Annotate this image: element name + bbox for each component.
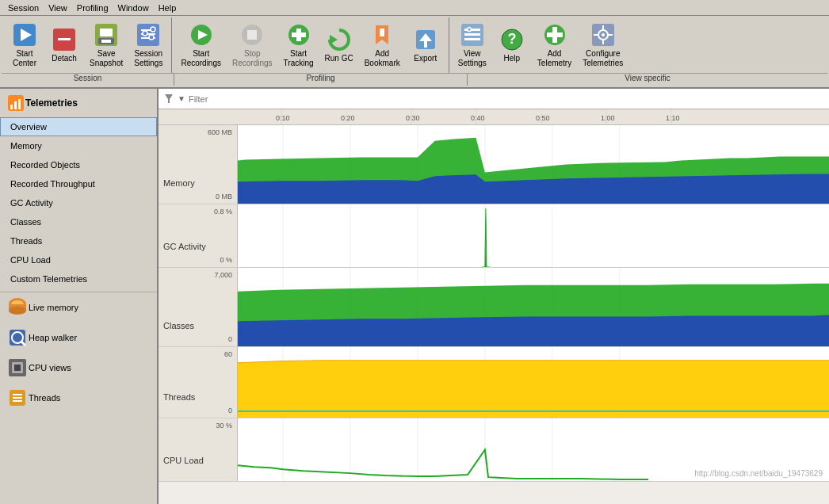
heap-walker-icon [6,326,29,349]
cpu-name: CPU Load [163,456,204,465]
sidebar-nav: Overview Memory Recorded Objects Recorde… [0,117,157,504]
chart-row-classes: 7,000 Classes 0 [159,268,829,347]
chart-threads-canvas[interactable] [238,347,829,418]
sidebar-threads-section[interactable]: Threads [0,383,157,413]
classes-name: Classes [163,321,194,330]
menu-session[interactable]: Session [3,2,44,14]
chart-row-memory: 600 MB Memory 0 MB [159,125,829,204]
start-center-button[interactable]: Start Center [5,19,44,71]
sidebar-heap-walker[interactable]: Heap walker [0,323,157,353]
svg-text:0:30: 0:30 [406,114,420,122]
svg-rect-57 [14,365,21,371]
svg-text:1:00: 1:00 [601,114,615,122]
menu-profiling[interactable]: Profiling [72,2,113,14]
live-memory-icon [6,296,29,319]
cpu-views-label: CPU views [29,363,71,372]
add-telemetry-button[interactable]: Add Telemetry [532,19,577,71]
svg-rect-36 [547,32,563,37]
chart-memory-canvas[interactable] [238,125,829,204]
run-gc-button[interactable]: Run GC [319,24,359,67]
filter-input[interactable] [189,94,824,104]
chart-classes-canvas[interactable] [238,268,829,346]
memory-y-max: 600 MB [208,128,232,136]
nav-overview[interactable]: Overview [0,117,157,136]
threads-y-max: 60 [224,350,232,358]
save-snapshot-button[interactable]: Save Snapshot [84,19,128,71]
help-button[interactable]: ? Help [492,24,532,67]
memory-y-zero: 0 MB [216,193,232,200]
svg-rect-45 [10,105,13,109]
cpu-views-icon [6,357,29,379]
chart-threads-label: 60 Threads 0 [159,347,238,418]
chart-classes-label: 7,000 Classes 0 [159,268,238,346]
session-settings-button[interactable]: Session Settings [128,19,168,71]
sidebar-title: Telemetries [25,97,78,109]
sidebar: Telemetries Overview Memory Recorded Obj… [0,89,159,504]
svg-marker-105 [238,361,829,418]
main-layout: Telemetries Overview Memory Recorded Obj… [0,89,829,504]
gc-name: GC Activity [163,242,206,251]
cpu-y-max: 30 % [216,422,232,430]
chart-cpu-canvas[interactable]: http://blog.csdn.net/baidu_19473629 [238,418,829,481]
start-recordings-button[interactable]: Start Recordings [175,19,227,71]
memory-name: Memory [163,178,195,188]
toolbar: Start Center Detach Save Snapshot Sessio… [0,16,829,89]
svg-rect-46 [14,101,17,109]
charts-container[interactable]: 0:10 0:20 0:30 0:40 0:50 1:00 1:10 [159,109,829,504]
svg-point-14 [149,35,154,40]
nav-recorded-throughput[interactable]: Recorded Throughput [0,174,157,193]
threads-section-icon [6,387,29,409]
svg-rect-21 [292,32,306,37]
menu-view[interactable]: View [44,2,72,14]
svg-rect-24 [380,29,384,36]
sidebar-live-memory[interactable]: Live memory [0,292,157,323]
chart-row-cpu: 30 % CPU Load http://blog.c [159,418,829,482]
svg-rect-29 [464,33,480,36]
threads-section-label: Threads [29,393,60,403]
svg-text:0:50: 0:50 [536,114,550,122]
svg-rect-3 [58,38,71,40]
start-tracking-button[interactable]: Start Tracking [278,19,319,71]
chart-row-gc: 0.8 % GC Activity 0 % [159,204,829,268]
svg-marker-98 [238,315,829,346]
svg-rect-7 [101,40,111,43]
svg-rect-47 [18,99,21,109]
filter-icon [163,93,174,105]
menu-help[interactable]: Help [154,2,181,14]
filter-bar: ▼ [159,89,829,109]
toolbar-group-profiling: Start Recordings Stop Recordings Start T… [172,17,449,73]
chart-cpu-label: 30 % CPU Load [159,418,238,481]
add-bookmark-button[interactable]: Add Bookmark [359,19,406,71]
nav-threads[interactable]: Threads [0,231,157,250]
menu-window[interactable]: Window [113,2,154,14]
heap-walker-label: Heap walker [29,333,77,342]
sidebar-cpu-views[interactable]: CPU views [0,353,157,383]
content-area: ▼ 0:10 0:20 0:30 0:40 0:50 1:00 1:10 [159,89,829,504]
chart-gc-canvas[interactable] [238,204,829,267]
nav-custom-telemetries[interactable]: Custom Telemetries [0,269,157,288]
threads-y-zero: 0 [228,407,232,414]
svg-text:?: ? [507,31,516,47]
timeline-header: 0:10 0:20 0:30 0:40 0:50 1:00 1:10 [159,109,829,125]
export-button[interactable]: Export [406,24,445,67]
threads-name: Threads [163,392,195,402]
svg-text:0:40: 0:40 [471,114,485,122]
stop-recordings-button[interactable]: Stop Recordings [227,19,278,71]
svg-point-31 [467,28,471,32]
svg-marker-62 [165,94,173,103]
nav-gc-activity[interactable]: GC Activity [0,193,157,212]
view-settings-button[interactable]: View Settings [453,19,492,71]
gc-y-max: 0.8 % [214,208,232,216]
watermark: http://blog.csdn.net/baidu_19473629 [694,469,823,478]
detach-button[interactable]: Detach [44,24,84,67]
chart-gc-label: 0.8 % GC Activity 0 % [159,204,238,267]
configure-telemetries-button[interactable]: Configure Telemetries [577,19,628,71]
nav-cpu-load[interactable]: CPU Load [0,250,157,269]
nav-classes[interactable]: Classes [0,212,157,231]
view-specific-group-label: View specific [468,74,827,86]
toolbar-group-session: Start Center Detach Save Snapshot Sessio… [2,17,172,73]
live-memory-label: Live memory [29,303,78,312]
filter-arrow[interactable]: ▼ [178,94,185,103]
nav-recorded-objects[interactable]: Recorded Objects [0,155,157,174]
nav-memory[interactable]: Memory [0,136,157,155]
